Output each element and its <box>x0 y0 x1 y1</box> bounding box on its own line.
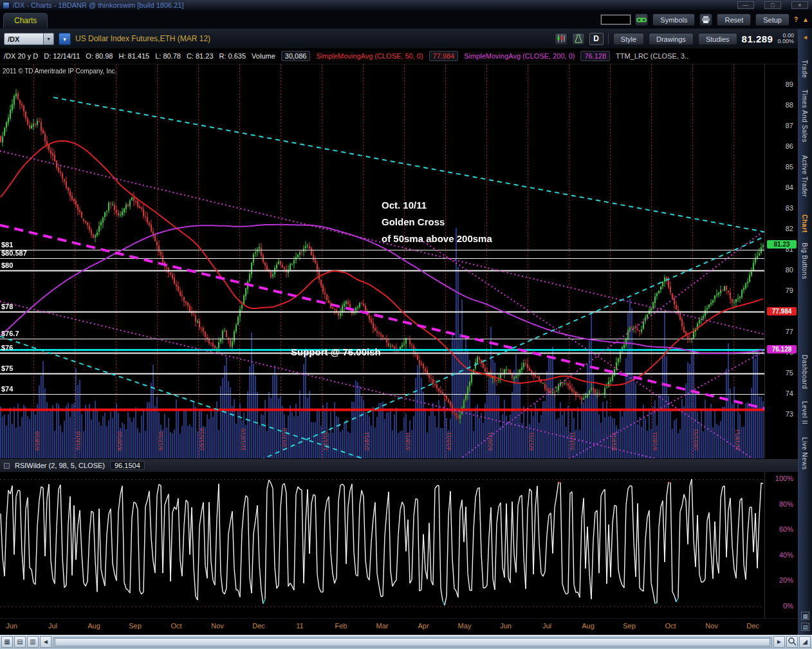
chart-type-button[interactable] <box>555 33 567 45</box>
sidebar-gadget-icon[interactable]: ▦ <box>801 612 809 620</box>
style-button[interactable]: Style <box>613 33 644 45</box>
month-label: Nov <box>211 622 224 630</box>
sidebar-item-active-trader[interactable]: Active Trader <box>801 155 808 197</box>
rsi-tick-label: 60% <box>779 525 793 533</box>
study-toggle-icon[interactable] <box>4 463 10 469</box>
price-tick-label: 87 <box>786 122 793 129</box>
symbol-input[interactable]: /DX <box>4 33 44 45</box>
link-icon[interactable] <box>635 14 648 26</box>
month-label: Feb <box>335 622 347 630</box>
title-bar: /DX - Charts - 1BDANR @ thinkorswim [bui… <box>0 0 812 10</box>
price-bubble: 81.23 <box>767 240 797 249</box>
gadget-sidebar: ◄ TradeTimes And SalesActive TraderChart… <box>798 29 812 635</box>
month-label: Sep <box>129 622 142 630</box>
sidebar-expand-icon[interactable]: ◄ <box>802 34 808 41</box>
chart-layout-icon[interactable]: ▥ <box>27 636 39 648</box>
setup-button[interactable]: Setup <box>755 14 789 26</box>
price-level-label: $74 <box>1 385 13 393</box>
chain-icon <box>636 16 647 24</box>
databar-segment: 30,086 <box>281 51 311 61</box>
support-annotation[interactable]: Support @ 76.00ish <box>291 346 381 357</box>
studies-button[interactable]: Studies <box>698 33 737 45</box>
window-title: /DX - Charts - 1BDANR @ thinkorswim [bui… <box>13 1 183 10</box>
price-level-label: $80 <box>1 261 13 269</box>
sidebar-item-chart[interactable]: Chart <box>801 214 808 233</box>
rsi-axis[interactable]: 100%80%60%40%20%0% <box>764 473 798 618</box>
month-label: Jul <box>542 622 551 630</box>
month-label: Jul <box>48 622 57 630</box>
help-icon[interactable]: ? <box>794 16 798 23</box>
reset-button[interactable]: Reset <box>717 14 751 26</box>
rsi-panel: 100%80%60%40%20%0% <box>0 473 798 618</box>
tab-charts[interactable]: Charts <box>3 13 48 28</box>
month-label: Apr <box>418 622 429 630</box>
price-tick-label: 74 <box>786 390 793 397</box>
collapse-icon[interactable]: ▲ <box>802 16 809 23</box>
databar-segment: SimpleMovingAvg (CLOSE, 50, 0) <box>316 52 423 60</box>
sidebar-gadget-icon[interactable]: ▤ <box>801 623 809 631</box>
scroll-thumb[interactable] <box>55 638 770 646</box>
price-tick-label: 83 <box>786 204 793 212</box>
golden-cross-annotation[interactable]: Oct. 10/11 Golden Cross of 50sma above 2… <box>382 197 492 247</box>
zoom-button[interactable] <box>786 636 798 648</box>
symbol-dropdown-icon[interactable]: ▾ <box>44 33 54 45</box>
print-button[interactable] <box>699 14 712 26</box>
price-tick-label: 85 <box>786 163 793 171</box>
price-tick-label: 86 <box>786 142 793 150</box>
candles-icon <box>557 34 566 43</box>
symbol-lookup-button[interactable]: ▾ <box>59 33 71 45</box>
studies-quick-button[interactable] <box>572 33 585 45</box>
sidebar-item-big-buttons[interactable]: Big Buttons <box>801 243 808 279</box>
price-axis[interactable]: 737475767778798081828384858687888981.237… <box>764 64 798 458</box>
scroll-track[interactable] <box>53 637 772 648</box>
close-button[interactable]: × <box>791 1 808 9</box>
month-label: Aug <box>582 622 595 630</box>
color-swatch[interactable] <box>601 15 631 24</box>
table-layout-icon[interactable]: ▤ <box>14 636 26 648</box>
symbol-description: US Dollar Index Futures,ETH (MAR 12) <box>75 34 210 43</box>
price-tick-label: 73 <box>786 410 793 418</box>
price-chart-canvas[interactable] <box>0 64 764 458</box>
price-tick-label: 88 <box>786 101 793 109</box>
month-label: Oct <box>171 622 181 630</box>
corner-resize-icon[interactable]: ◢ <box>799 636 811 648</box>
month-label: Dec <box>252 622 265 630</box>
sidebar-item-times-and-sales[interactable]: Times And Sales <box>801 89 808 142</box>
sidebar-item-trade[interactable]: Trade <box>801 60 808 78</box>
symbols-button[interactable]: Symbols <box>652 14 695 26</box>
grid-layout-icon[interactable]: ▦ <box>1 636 13 648</box>
tabbar-controls: Symbols Reset Setup ? ▲ <box>601 14 809 28</box>
price-level-label: $80.587 <box>1 249 27 257</box>
scroll-right-icon[interactable]: ► <box>773 636 785 648</box>
symbol-box: /DX ▾ <box>4 33 54 45</box>
scroll-left-icon[interactable]: ◄ <box>40 636 51 648</box>
databar-segment: L: 80.78 <box>155 52 181 60</box>
month-label: Mar <box>376 622 389 630</box>
flask-icon <box>575 34 582 43</box>
databar-segment: H: 81.415 <box>118 52 149 60</box>
price-tick-label: 82 <box>786 225 793 232</box>
price-level-label: $78 <box>1 303 13 310</box>
minimize-button[interactable]: — <box>737 1 754 9</box>
timeframe-button[interactable]: D <box>589 33 604 45</box>
sidebar-item-dashboard[interactable]: Dashboard <box>801 355 808 389</box>
maximize-button[interactable]: □ <box>764 1 781 9</box>
change-percent: 0.00% <box>777 39 794 44</box>
drawings-button[interactable]: Drawings <box>649 33 694 45</box>
price-level-label: $76 <box>1 344 13 352</box>
chart-toolbar: /DX ▾ ▾ US Dollar Index Futures,ETH (MAR… <box>0 29 798 48</box>
rsi-tick-label: 40% <box>779 551 793 559</box>
ohlc-data-bar: /DX 20 y DD: 12/14/11O: 80.98H: 81.415L:… <box>0 48 798 64</box>
price-level-label: $81 <box>1 241 13 249</box>
chart-row: 2011 © TD Ameritrade IP Company, Inc. Oc… <box>0 64 798 458</box>
sidebar-item-live-news[interactable]: Live News <box>801 437 808 470</box>
annotation-line: Oct. 10/11 <box>382 197 492 214</box>
price-tick-label: 79 <box>786 287 793 294</box>
month-label: Dec <box>746 622 759 630</box>
time-axis[interactable]: JunJulAugSepOctNovDec11FebMarAprMayJunJu… <box>0 618 798 635</box>
sidebar-item-level-ii[interactable]: Level II <box>801 401 808 424</box>
magnifier-icon <box>788 637 797 646</box>
rsi-chart-canvas[interactable] <box>0 473 764 618</box>
thinkorswim-window: /DX - Charts - 1BDANR @ thinkorswim [bui… <box>0 0 812 649</box>
month-label: Jun <box>500 622 512 630</box>
